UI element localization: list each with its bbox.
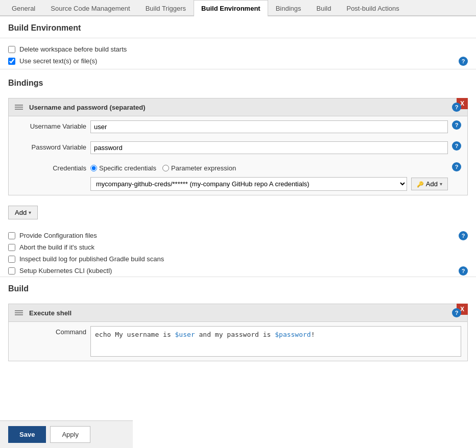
- apply-button[interactable]: Apply: [50, 426, 90, 443]
- password-help-icon[interactable]: ?: [452, 141, 461, 151]
- build-title: Build: [0, 277, 476, 298]
- setup-kubectl-help-icon[interactable]: ?: [459, 266, 468, 276]
- password-variable-field: [90, 141, 448, 154]
- cmd-user-var: $user: [175, 331, 195, 338]
- delete-workspace-row: Delete workspace before build starts: [0, 43, 476, 55]
- provide-config-label: Provide Configuration files: [19, 232, 97, 239]
- bindings-title: Bindings: [0, 71, 476, 93]
- command-field: echo My username is $user and my passwor…: [90, 326, 461, 357]
- add-cred-dropdown-arrow-icon: ▾: [440, 181, 442, 187]
- delete-workspace-label: Delete workspace before build starts: [19, 45, 127, 53]
- credential-select-row: mycompany-github-creds/****** (my-compan…: [90, 177, 448, 191]
- command-text: echo My username is $user and my passwor…: [95, 331, 315, 338]
- specific-credentials-text: Specific credentials: [99, 164, 156, 172]
- username-help-icon[interactable]: ?: [452, 120, 461, 130]
- add-binding-label: Add: [15, 209, 27, 216]
- shell-drag-handle-icon[interactable]: [15, 310, 23, 315]
- cmd-plain-2: and my password is: [195, 331, 275, 338]
- provide-config-checkbox[interactable]: [8, 232, 15, 239]
- abort-build-checkbox[interactable]: [8, 244, 15, 251]
- use-secret-row: Use secret text(s) or file(s) ?: [0, 55, 476, 67]
- add-credential-button[interactable]: Add ▾: [411, 178, 448, 190]
- setup-kubectl-row: Setup Kubernetes CLI (kubectl) ?: [0, 265, 476, 277]
- use-secret-label: Use secret text(s) or file(s): [19, 57, 97, 65]
- setup-kubectl-checkbox[interactable]: [8, 267, 15, 275]
- drag-handle-icon[interactable]: [15, 105, 23, 110]
- credential-select[interactable]: mycompany-github-creds/****** (my-compan…: [90, 177, 407, 191]
- binding-card-title: Username and password (separated): [29, 104, 146, 111]
- provide-config-row: Provide Configuration files ?: [0, 230, 476, 241]
- tab-source-code-management[interactable]: Source Code Management: [43, 0, 137, 16]
- cmd-plain-3: !: [311, 331, 315, 338]
- inspect-log-checkbox[interactable]: [8, 256, 15, 263]
- bindings-section: Bindings X Username and password (separa…: [0, 71, 476, 230]
- tab-bindings[interactable]: Bindings: [268, 0, 309, 16]
- inspect-log-row: Inspect build log for published Gradle b…: [0, 253, 476, 265]
- credentials-help-icon[interactable]: ?: [452, 162, 461, 171]
- password-variable-row: Password Variable ?: [9, 137, 467, 158]
- tab-build-triggers[interactable]: Build Triggers: [138, 0, 194, 16]
- username-variable-label: Username Variable: [15, 120, 86, 130]
- setup-kubectl-label: Setup Kubernetes CLI (kubectl): [19, 267, 112, 275]
- command-textarea[interactable]: echo My username is $user and my passwor…: [90, 326, 461, 357]
- tab-build[interactable]: Build: [309, 0, 339, 16]
- key-icon: [417, 180, 424, 188]
- password-variable-label: Password Variable: [15, 141, 86, 151]
- cmd-echo: echo: [95, 331, 111, 338]
- parameter-expression-radio[interactable]: [162, 165, 169, 171]
- build-section: Build X Execute shell ? Command echo My …: [0, 277, 476, 371]
- use-secret-checkbox[interactable]: [8, 58, 15, 65]
- save-button[interactable]: Save: [8, 426, 46, 443]
- binding-card-header: Username and password (separated) ?: [9, 98, 467, 116]
- cmd-plain-1: My username is: [111, 331, 175, 338]
- username-variable-field: [90, 120, 448, 133]
- parameter-expression-text: Parameter expression: [171, 164, 236, 172]
- command-row: Command echo My username is $user and my…: [9, 322, 467, 361]
- bottom-bar: Save Apply: [0, 420, 133, 448]
- add-binding-button[interactable]: Add ▾: [8, 206, 38, 219]
- abort-build-row: Abort the build if it's stuck: [0, 241, 476, 253]
- tab-build-environment[interactable]: Build Environment: [194, 0, 268, 16]
- binding-card: X Username and password (separated) ? Us…: [8, 98, 468, 195]
- add-credential-label: Add: [426, 180, 438, 188]
- execute-shell-card: X Execute shell ? Command echo My userna…: [8, 304, 468, 361]
- cmd-password-var: $password: [275, 331, 311, 338]
- command-label: Command: [15, 326, 86, 336]
- credentials-field: Specific credentials Parameter expressio…: [90, 162, 448, 191]
- provide-config-help-icon[interactable]: ?: [459, 231, 468, 240]
- tab-bar: General Source Code Management Build Tri…: [0, 0, 476, 16]
- inspect-log-label: Inspect build log for published Gradle b…: [19, 255, 164, 263]
- page-title: Build Environment: [0, 16, 476, 38]
- username-variable-row: Username Variable ?: [9, 116, 467, 137]
- parameter-expression-radio-label[interactable]: Parameter expression: [162, 164, 236, 172]
- credentials-label: Credentials: [15, 162, 86, 172]
- username-variable-input[interactable]: [90, 120, 448, 133]
- use-secret-help-icon[interactable]: ?: [459, 57, 468, 66]
- specific-credentials-radio[interactable]: [90, 165, 97, 171]
- delete-workspace-checkbox[interactable]: [8, 46, 15, 53]
- tab-general[interactable]: General: [4, 0, 43, 16]
- specific-credentials-radio-label[interactable]: Specific credentials: [90, 164, 156, 172]
- password-variable-input[interactable]: [90, 141, 448, 154]
- execute-shell-help-icon[interactable]: ?: [452, 308, 461, 317]
- execute-shell-title: Execute shell: [29, 309, 72, 317]
- tab-post-build-actions[interactable]: Post-build Actions: [339, 0, 407, 16]
- abort-build-label: Abort the build if it's stuck: [19, 243, 94, 251]
- binding-title-help-icon[interactable]: ?: [452, 103, 461, 112]
- credentials-radio-group: Specific credentials Parameter expressio…: [90, 162, 448, 174]
- add-dropdown-arrow-icon: ▾: [29, 210, 31, 215]
- execute-shell-header: Execute shell ?: [9, 304, 467, 322]
- add-binding-wrap: Add ▾: [0, 201, 476, 225]
- credentials-row: Credentials Specific credentials Paramet…: [9, 158, 467, 195]
